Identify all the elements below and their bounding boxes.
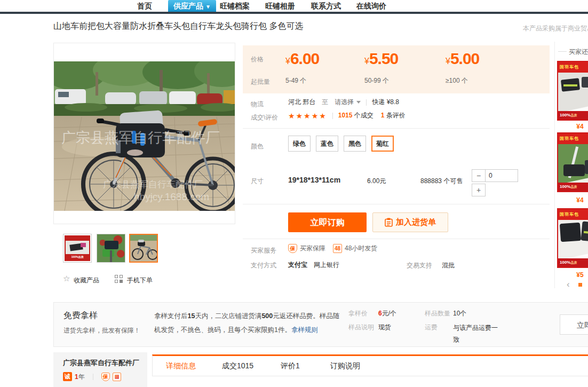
trade-support-value: 混批 [442, 261, 455, 270]
review-count-link[interactable]: 1 条评价 [381, 111, 406, 120]
promo-banner-text: 国羽车包 [558, 209, 588, 220]
moq-tier-1: 5-49 个 [285, 76, 306, 85]
free-sample-box: 免费拿样 进货先拿样，批发有保障！ 拿样支付后15天内，二次店铺进货满500元返… [53, 302, 588, 347]
thumbnail-3-selected[interactable] [129, 234, 158, 263]
payment-label: 支付方式 [251, 261, 276, 270]
member-years-number: 1 [75, 373, 78, 381]
member-years-suffix: 年 [78, 373, 85, 381]
certificate-icon [113, 373, 121, 381]
get-sample-button[interactable]: 立即拿样 [560, 314, 588, 335]
order-now-button[interactable]: 立即订购 [288, 212, 367, 232]
quantity-input[interactable] [485, 169, 518, 182]
payment-alipay: 支付宝 [288, 260, 307, 270]
favorite-product-link[interactable]: 收藏产品 [74, 276, 99, 285]
watermark-company: 广宗县燕军自行车配件厂 [103, 179, 203, 189]
select-caret-icon [356, 101, 361, 106]
nav-supply-products[interactable]: 供应产品▼ [168, 0, 216, 12]
deals-row: ★★★★★ 1015 个成交 1 条评价 [288, 111, 406, 120]
size-label: 尺寸 [251, 177, 264, 186]
payment-netbank: 网上银行 [314, 260, 339, 270]
buyer-services-label: 买家服务 [251, 246, 276, 255]
favorite-star-icon[interactable]: ☆ [63, 274, 70, 283]
sample-price-value: 6元/个 [378, 309, 396, 318]
sample-price-label: 拿样价 [348, 309, 368, 318]
protection-shield-icon: 保 [101, 373, 110, 381]
trade-type-note: 本产品采购属于商业贸易 [523, 24, 588, 33]
related-product-1-price: ¥4 [557, 123, 588, 130]
main-product-photo[interactable]: 广宗县燕军自行车配件厂 广宗县燕军自行车配件厂 hbyjcy.1688.com [54, 61, 235, 211]
nav-inquiry[interactable]: 在线询价 [356, 0, 386, 12]
divider-line [243, 204, 550, 204]
divider [93, 374, 93, 380]
carousel-prev-icon[interactable]: ‹ [567, 280, 570, 289]
destination-select[interactable]: 请选择 [335, 98, 361, 107]
logistics-label: 物流 [251, 100, 264, 109]
product-title: 山地车前把包大容量防水折叠车头包自行车龙头包骑行包 多色可选 [53, 21, 303, 32]
nav-home[interactable]: 首页 [137, 0, 152, 12]
add-to-cart-button[interactable]: 加入进货单 [372, 212, 448, 232]
quantity-minus-button[interactable]: − [472, 169, 486, 182]
nav-underline [0, 12, 588, 14]
related-2-art [558, 144, 588, 183]
main-image-box: 广宗县燕军自行车配件厂 广宗县燕军自行车配件厂 hbyjcy.1688.com [53, 43, 235, 224]
company-box: 广宗县燕军自行车配件厂 诚 1年 保 [53, 352, 147, 387]
sidebar-divider [554, 42, 555, 288]
express-fee: 快递 ¥8.8 [372, 98, 399, 107]
moq-label: 起批量 [251, 77, 270, 86]
logistics-from: 河北 邢台 [288, 98, 315, 107]
48h-shipping-label: 48小时发货 [345, 244, 377, 253]
company-badges: 诚 1年 保 [63, 372, 121, 382]
related-product-1[interactable]: 国羽车包 100%品质 [557, 61, 588, 121]
tab-order-notes[interactable]: 订购说明 [330, 356, 360, 376]
watermark-center: 广宗县燕军自行车配件厂 [61, 130, 220, 146]
deal-count-link[interactable]: 1015 个成交 [338, 111, 374, 120]
buyer-protection-label: 买家保障 [300, 244, 325, 253]
tab-deals[interactable]: 成交1015 [222, 356, 253, 376]
price-tier-1: ¥6.00 [285, 50, 319, 68]
carousel-page-dot[interactable] [578, 283, 582, 287]
moq-tier-3: ≥100 个 [446, 76, 468, 85]
size-unit-price: 6.00元 [367, 177, 386, 186]
color-options: 绿色 蓝色 黑色 菊红 [288, 136, 399, 152]
star-rating-icon: ★★★★★ [288, 112, 327, 120]
product-page: 首页 供应产品▼ 旺铺档案 旺铺相册 联系方式 在线询价 山地车前把包大容量防水… [0, 0, 588, 387]
mobile-order-link[interactable]: 手机下单 [127, 276, 153, 285]
thumbnail-2-art [97, 234, 125, 262]
sample-subtitle: 进货先拿样，批发有保障！ [63, 326, 140, 335]
company-name-link[interactable]: 广宗县燕军自行车配件厂 [63, 358, 139, 368]
nav-contact[interactable]: 联系方式 [311, 0, 341, 12]
related-product-3-price: ¥5 [557, 271, 588, 279]
size-value: 19*18*13*11cm [288, 176, 340, 184]
thumbnail-2[interactable] [97, 234, 125, 263]
color-option-black[interactable]: 黑色 [344, 136, 366, 152]
related-product-3[interactable]: 国羽车包 100%品质 [557, 208, 588, 268]
sample-desc-label: 样品说明 [348, 323, 374, 332]
nav-shop-album[interactable]: 旺铺相册 [265, 0, 295, 12]
color-label: 颜色 [251, 142, 264, 151]
related-product-2-price: ¥4 [557, 196, 588, 204]
quantity-plus-button[interactable]: + [472, 184, 486, 196]
color-option-red-selected[interactable]: 菊红 [371, 136, 394, 152]
sample-title: 免费拿样 [63, 310, 98, 321]
add-to-cart-label: 加入进货单 [396, 217, 436, 227]
sample-desc-value: 现货 [378, 323, 391, 332]
qr-code-icon[interactable] [115, 275, 123, 285]
thumbnail-1[interactable]: 100%品质 [63, 234, 92, 263]
logistics-row: 河北 邢台 至 请选择 快递 ¥8.8 [288, 98, 399, 107]
sample-qty-label: 样品数量 [425, 309, 450, 318]
related-3-art [558, 220, 588, 258]
tab-detail-info[interactable]: 详细信息 [166, 356, 196, 376]
sample-ship-value: 与该产品运费一致 [453, 322, 502, 345]
color-option-blue[interactable]: 蓝色 [316, 136, 338, 152]
tab-reviews[interactable]: 评价1 [281, 356, 300, 376]
price-tier-3: ¥5.00 [446, 50, 479, 68]
buyer-services-row: 保 买家保障 48 48小时发货 [288, 244, 385, 253]
divider [332, 113, 333, 119]
nav-shop-profile[interactable]: 旺铺档案 [220, 0, 250, 12]
protection-shield-icon: 保 [288, 244, 297, 253]
related-product-2[interactable]: 国羽车包 100%品质 [557, 132, 588, 192]
color-option-green[interactable]: 绿色 [288, 136, 311, 152]
sample-rules-link[interactable]: 拿样规则 [291, 326, 318, 334]
detail-tabbar: 详细信息 成交1015 评价1 订购说明 [152, 354, 588, 376]
size-stock: 888883 个可售 [420, 177, 463, 186]
